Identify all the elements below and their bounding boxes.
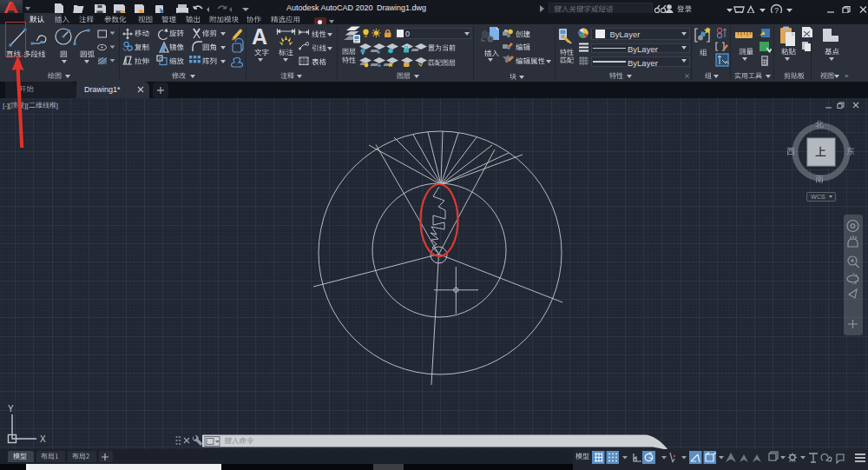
svg-text:Y: Y bbox=[8, 404, 14, 414]
svg-text:X: X bbox=[40, 434, 46, 444]
